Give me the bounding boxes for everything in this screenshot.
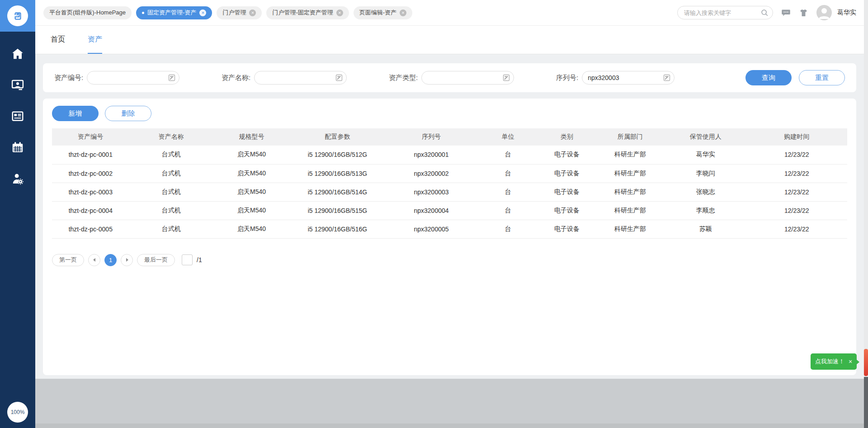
breadcrumb-label: 平台首页(组件版)-HomePage [49, 9, 126, 17]
active-dot-icon [142, 12, 144, 14]
filter-panel: 资产编号: 资产名称: [43, 63, 856, 92]
asset-name-input[interactable] [254, 71, 347, 85]
app-logo[interactable] [7, 5, 28, 26]
breadcrumb-label: 门户管理-固定资产管理 [272, 9, 333, 17]
asset-table: 资产编号资产名称规格型号配置参数序列号单位类别所属部门保管使用人购建时间 thz… [52, 128, 847, 239]
table-cell: 李顺忠 [665, 201, 746, 220]
table-cell: i5 12900/16GB/515G [290, 201, 385, 220]
last-page-button[interactable]: 最后一页 [137, 254, 175, 266]
table-cell: 科研生产部 [595, 183, 665, 201]
breadcrumb-tab[interactable]: 页面编辑-资产× [354, 6, 412, 19]
breadcrumb-tab[interactable]: 固定资产管理-资产× [136, 6, 212, 19]
user-avatar[interactable] [816, 5, 832, 20]
table-cell: 科研生产部 [595, 146, 665, 164]
form-edit-icon[interactable] [168, 74, 176, 82]
username-label[interactable]: 葛华实 [837, 9, 856, 17]
table-row[interactable]: thzt-dz-pc-0004台式机启天M540i5 12900/16GB/51… [52, 201, 847, 220]
search-input[interactable] [677, 6, 773, 19]
close-icon[interactable]: × [199, 9, 206, 16]
table-cell: thzt-dz-pc-0003 [52, 183, 129, 201]
user-monitor-icon [11, 78, 24, 92]
sidebar-item-home[interactable] [0, 38, 35, 69]
scrollbar-red-marker [864, 349, 868, 376]
search-icon[interactable] [760, 9, 769, 17]
asset-type-input[interactable] [421, 71, 514, 85]
accelerate-button[interactable]: 点我加速！ × [811, 353, 857, 370]
table-row[interactable]: thzt-dz-pc-0002台式机启天M540i5 12900/16GB/51… [52, 164, 847, 183]
table-row[interactable]: thzt-dz-pc-0003台式机启天M540i5 12900/16GB/51… [52, 183, 847, 201]
table-row[interactable]: thzt-dz-pc-0005台式机启天M540i5 12900/16GB/51… [52, 220, 847, 238]
table-header-row: 资产编号资产名称规格型号配置参数序列号单位类别所属部门保管使用人购建时间 [52, 128, 847, 146]
delete-button[interactable]: 删除 [105, 106, 151, 121]
table-cell: 台式机 [129, 164, 213, 183]
accelerate-close-icon[interactable]: × [849, 358, 852, 365]
column-header: 购建时间 [746, 128, 847, 146]
scrollbar-thumb[interactable] [864, 377, 868, 428]
sidebar-item-user-settings[interactable] [0, 163, 35, 194]
content-area: 资产编号: 资产名称: [35, 54, 868, 379]
table-cell: thzt-dz-pc-0001 [52, 146, 129, 164]
avatar-person-icon [816, 5, 832, 20]
table-cell: npx3200001 [385, 146, 477, 164]
theme-shirt-icon[interactable] [799, 8, 808, 18]
main-area: 平台首页(组件版)-HomePage固定资产管理-资产×门户管理×门户管理-固定… [35, 0, 868, 428]
message-icon[interactable] [781, 8, 791, 18]
breadcrumb-label: 页面编辑-资产 [359, 9, 396, 17]
filter-serial-number: 序列号: [556, 71, 723, 85]
form-edit-icon[interactable] [663, 74, 671, 82]
horizontal-scrollbar[interactable] [35, 423, 868, 428]
page-tab[interactable]: 资产 [88, 26, 102, 54]
serial-number-input[interactable] [582, 71, 675, 85]
table-cell: thzt-dz-pc-0005 [52, 220, 129, 238]
reset-button[interactable]: 重置 [799, 70, 845, 85]
prev-page-button[interactable] [88, 254, 100, 266]
page-total-label: /1 [197, 256, 202, 263]
table-cell: 启天M540 [213, 183, 290, 201]
breadcrumb-label: 固定资产管理-资产 [147, 9, 196, 17]
column-header: 资产编号 [52, 128, 129, 146]
asset-code-input[interactable] [87, 71, 179, 85]
add-button[interactable]: 新增 [52, 106, 99, 121]
sidebar-item-user-monitor[interactable] [0, 69, 35, 100]
browser-background [35, 379, 868, 423]
page-tab[interactable]: 首页 [51, 26, 65, 54]
accelerate-label: 点我加速！ [815, 357, 844, 366]
zoom-level-badge[interactable]: 100% [7, 402, 28, 423]
table-cell: 电子设备 [538, 146, 595, 164]
table-cell: i5 12900/16GB/512G [290, 146, 385, 164]
table-cell: 12/23/22 [746, 164, 847, 183]
breadcrumb-tab[interactable]: 门户管理-固定资产管理× [266, 6, 349, 19]
table-cell: 葛华实 [665, 146, 746, 164]
top-bar: 平台首页(组件版)-HomePage固定资产管理-资产×门户管理×门户管理-固定… [35, 0, 868, 26]
form-edit-icon[interactable] [502, 74, 510, 82]
column-header: 配置参数 [290, 128, 385, 146]
breadcrumb-tab[interactable]: 平台首页(组件版)-HomePage [43, 6, 132, 19]
current-page-button[interactable]: 1 [104, 254, 117, 266]
breadcrumb-tabs: 平台首页(组件版)-HomePage固定资产管理-资产×门户管理×门户管理-固定… [43, 6, 412, 19]
table-row[interactable]: thzt-dz-pc-0001台式机启天M540i5 12900/16GB/51… [52, 146, 847, 164]
close-icon[interactable]: × [400, 9, 406, 16]
query-button[interactable]: 查询 [745, 70, 792, 85]
table-cell: 台式机 [129, 183, 213, 201]
table-cell: 启天M540 [213, 220, 290, 238]
form-edit-icon[interactable] [335, 74, 343, 82]
breadcrumb-tab[interactable]: 门户管理× [217, 6, 262, 19]
table-cell: 12/23/22 [746, 201, 847, 220]
table-body: thzt-dz-pc-0001台式机启天M540i5 12900/16GB/51… [52, 146, 847, 238]
vertical-scrollbar[interactable] [864, 0, 868, 428]
table-cell: 台 [477, 220, 538, 238]
filter-label: 资产类型: [389, 74, 418, 82]
table-cell: 12/23/22 [746, 146, 847, 164]
table-cell: 电子设备 [538, 220, 595, 238]
column-header: 资产名称 [129, 128, 213, 146]
close-icon[interactable]: × [336, 9, 343, 16]
first-page-button[interactable]: 第一页 [52, 254, 84, 266]
next-page-button[interactable] [121, 254, 133, 266]
sidebar-item-calendar[interactable] [0, 132, 35, 163]
sidebar-item-news[interactable] [0, 100, 35, 132]
filter-label: 序列号: [556, 74, 578, 82]
filter-asset-code: 资产编号: [54, 71, 222, 85]
close-icon[interactable]: × [249, 9, 256, 16]
page-jump-input[interactable] [182, 254, 193, 265]
news-icon [11, 109, 24, 123]
